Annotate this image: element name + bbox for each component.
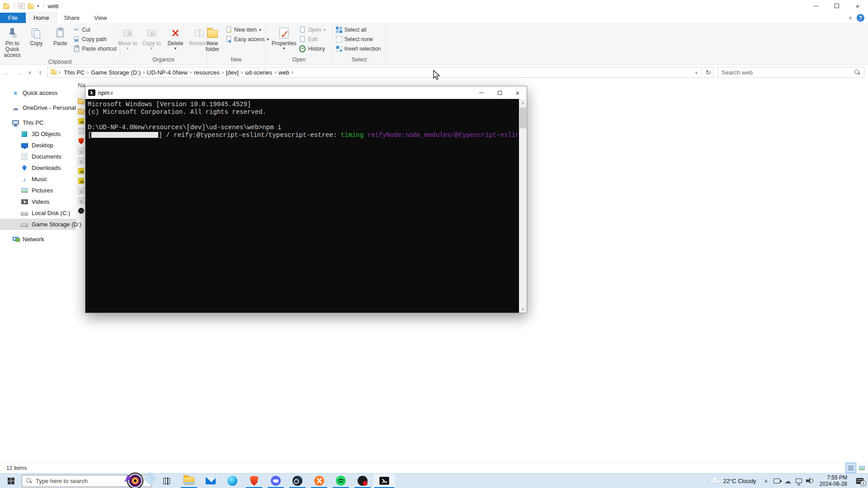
meet-now-icon[interactable] bbox=[772, 474, 783, 488]
breadcrumb-segment-ud-np-4-0new[interactable]: UD-NP-4.0New bbox=[145, 68, 189, 77]
sidebar-item-downloads[interactable]: Downloads bbox=[0, 162, 76, 174]
volume-tray-icon[interactable] bbox=[804, 474, 815, 488]
delete-button[interactable]: × Delete ▾ bbox=[164, 24, 187, 56]
taskbar-pin-brave[interactable] bbox=[243, 474, 265, 488]
weather-widget[interactable]: 22°C Cloudy bbox=[705, 474, 760, 488]
action-center-button[interactable]: 1 bbox=[852, 474, 868, 488]
pin-to-quick-access-button[interactable]: Pin to Quick access bbox=[0, 24, 24, 59]
taskbar-pin-cmd[interactable] bbox=[373, 474, 395, 488]
file-row-js[interactable]: JS bbox=[78, 166, 85, 176]
cmd-titlebar[interactable]: npm i × bbox=[85, 86, 527, 99]
sidebar-item-this-pc[interactable]: This PC bbox=[0, 117, 76, 128]
sidebar-item-network[interactable]: Network bbox=[0, 234, 76, 245]
sidebar-item-local-disk-c[interactable]: Local Disk (C:) bbox=[0, 207, 76, 219]
sidebar-item-quick-access[interactable]: ★Quick access bbox=[0, 87, 76, 99]
invert-selection-button[interactable]: Invert selection bbox=[335, 44, 384, 53]
scroll-up-icon[interactable]: ∧ bbox=[519, 99, 527, 107]
start-button[interactable] bbox=[0, 474, 22, 488]
properties-button[interactable]: ✓ Properties ▾ bbox=[270, 24, 298, 56]
taskbar-pin-black-red-app[interactable] bbox=[352, 474, 373, 488]
open-button[interactable]: Open ▾ bbox=[298, 25, 328, 34]
qat-properties-check-icon[interactable]: ✓ bbox=[19, 3, 24, 9]
history-button[interactable]: History bbox=[298, 44, 328, 53]
sidebar-item-desktop[interactable]: Desktop bbox=[0, 140, 76, 151]
qat-customize-chevron-icon[interactable]: ▾ bbox=[37, 4, 39, 8]
details-view-button[interactable] bbox=[845, 463, 856, 473]
network-tray-icon[interactable] bbox=[793, 474, 804, 488]
file-row-braces[interactable]: {} bbox=[78, 186, 85, 196]
file-row-js[interactable]: JS bbox=[78, 116, 85, 126]
easy-access-button[interactable]: Easy access ▾ bbox=[225, 35, 272, 43]
up-button[interactable]: ↑ bbox=[34, 67, 46, 78]
address-bar[interactable]: › This PC›Game Storage (D:)›UD-NP-4.0New… bbox=[47, 67, 702, 78]
taskbar-pin-xampp[interactable] bbox=[308, 474, 330, 488]
thumbnails-view-button[interactable] bbox=[856, 463, 867, 473]
search-icon[interactable] bbox=[854, 69, 860, 75]
select-all-button[interactable]: Select all bbox=[335, 25, 384, 34]
explorer-search-box[interactable]: Search web bbox=[717, 67, 864, 78]
scroll-down-icon[interactable]: ∨ bbox=[519, 305, 527, 313]
breadcrumb-segment-game-storage-d[interactable]: Game Storage (D:) bbox=[89, 68, 142, 77]
taskbar-pin-edge[interactable] bbox=[222, 474, 243, 488]
breadcrumb-segment-this-pc[interactable]: This PC bbox=[62, 68, 86, 77]
sidebar-item-pictures[interactable]: Pictures bbox=[0, 185, 76, 196]
show-hidden-icons-chevron-icon[interactable]: ∧ bbox=[761, 474, 772, 488]
cut-button[interactable]: ✂ Cut bbox=[72, 25, 119, 34]
copy-button[interactable]: Copy bbox=[24, 24, 48, 59]
copy-path-button[interactable]: Copy path bbox=[72, 35, 119, 43]
file-row-brave[interactable] bbox=[78, 136, 85, 146]
address-dropdown-chevron-icon[interactable]: ∨ bbox=[692, 70, 701, 75]
cmd-scrollbar[interactable]: ∧ ∨ bbox=[519, 99, 527, 313]
onedrive-tray-icon[interactable]: ☁ bbox=[783, 474, 793, 488]
forward-button[interactable]: → bbox=[14, 67, 25, 78]
recent-locations-chevron-icon[interactable]: ∨ bbox=[26, 67, 33, 78]
paste-button[interactable]: Paste bbox=[48, 24, 72, 59]
taskbar-pin-spotify[interactable] bbox=[330, 474, 352, 488]
file-row-exe[interactable] bbox=[78, 206, 85, 216]
taskbar-search-box[interactable]: Type here to search bbox=[22, 475, 152, 487]
new-item-button[interactable]: New item ▾ bbox=[225, 25, 272, 34]
taskbar-pin-discord[interactable] bbox=[265, 474, 287, 488]
new-folder-button[interactable]: New folder bbox=[201, 24, 224, 56]
tab-share[interactable]: Share bbox=[57, 13, 87, 23]
task-view-button[interactable] bbox=[158, 474, 175, 488]
qat-new-folder-icon[interactable] bbox=[28, 5, 34, 9]
cmd-minimize-button[interactable] bbox=[472, 86, 491, 99]
taskbar-pin-steam[interactable] bbox=[287, 474, 308, 488]
file-row-braces[interactable]: {} bbox=[78, 156, 85, 166]
file-row-js[interactable]: JS bbox=[78, 176, 85, 186]
breadcrumb-segment-resources[interactable]: resources bbox=[192, 68, 222, 77]
cmd-output-area[interactable]: Microsoft Windows [Version 10.0.19045.45… bbox=[85, 99, 527, 313]
taskbar-pin-file-explorer[interactable] bbox=[178, 474, 200, 488]
select-none-button[interactable]: Select none bbox=[335, 35, 384, 43]
file-row-folder[interactable] bbox=[78, 106, 85, 116]
sidebar-item-documents[interactable]: Documents bbox=[0, 151, 76, 162]
file-row-braces[interactable]: {} bbox=[78, 146, 85, 156]
restore-button[interactable] bbox=[826, 0, 847, 12]
cmd-close-button[interactable]: × bbox=[509, 86, 527, 99]
cmd-maximize-button[interactable] bbox=[491, 86, 509, 99]
taskbar-clock[interactable]: 7:55 PM 2024-06-28 bbox=[815, 474, 852, 487]
tab-view[interactable]: View bbox=[87, 13, 114, 23]
breadcrumb-segment-ud-scenes[interactable]: ud-scenes bbox=[243, 68, 274, 77]
taskbar-pin-mail[interactable] bbox=[200, 474, 222, 488]
move-to-button[interactable]: Move to ▾ bbox=[116, 24, 139, 56]
close-button[interactable]: × bbox=[847, 0, 868, 12]
collapse-ribbon-chevron-icon[interactable]: ∧ bbox=[849, 15, 852, 21]
sidebar-item-onedrive-personal[interactable]: ☁OneDrive - Personal bbox=[0, 102, 76, 113]
minimize-button[interactable] bbox=[806, 0, 826, 12]
breadcrumb-segment-web[interactable]: web bbox=[277, 68, 291, 77]
paste-shortcut-button[interactable]: Paste shortcut bbox=[72, 44, 119, 53]
tab-home[interactable]: Home bbox=[26, 12, 57, 23]
file-row-braces[interactable]: {} bbox=[78, 196, 85, 206]
tab-file[interactable]: File bbox=[0, 13, 26, 23]
sidebar-item-music[interactable]: ♪Music bbox=[0, 174, 76, 185]
copy-to-button[interactable]: Copy to ▾ bbox=[140, 24, 163, 56]
sidebar-item-game-storage-d[interactable]: Game Storage (D:) bbox=[0, 219, 76, 230]
help-icon[interactable]: ? bbox=[857, 14, 864, 22]
sidebar-item-videos[interactable]: Videos bbox=[0, 196, 76, 207]
file-row-folder[interactable] bbox=[78, 96, 85, 106]
breadcrumb-segment-dev[interactable]: [dev] bbox=[224, 68, 241, 77]
file-row-text[interactable] bbox=[78, 126, 85, 136]
back-button[interactable]: ← bbox=[1, 67, 13, 78]
